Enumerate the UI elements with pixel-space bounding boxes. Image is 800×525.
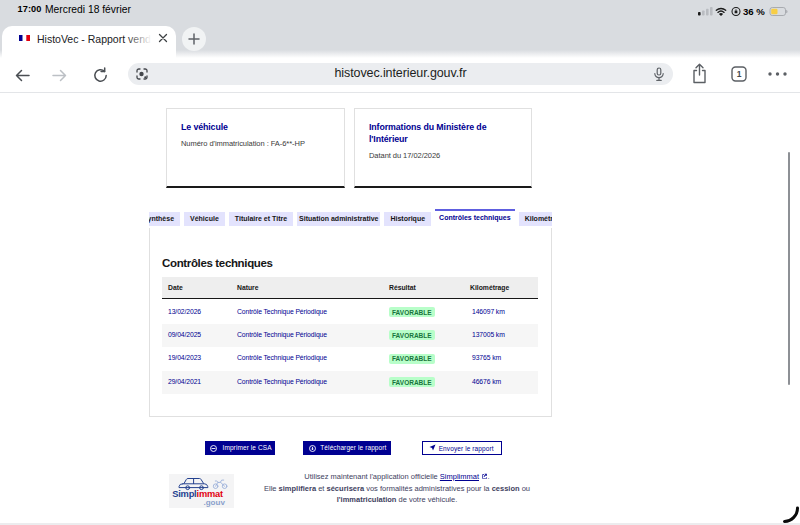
svg-text:36 %: 36 % [743,6,765,17]
svg-text:1: 1 [737,69,742,79]
